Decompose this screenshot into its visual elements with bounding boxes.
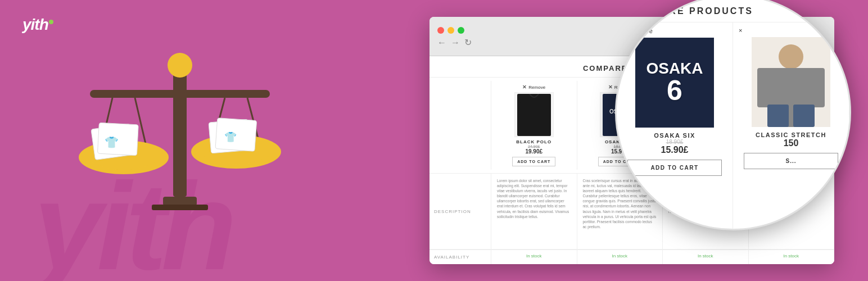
classic-shirt (752, 37, 830, 127)
browser-nav: ← → ↻ (437, 37, 472, 48)
logo-text: yith (22, 16, 48, 33)
browser-dots (437, 27, 464, 34)
black-polo-img (517, 94, 551, 136)
magnify-close[interactable]: × (833, 6, 838, 16)
yith-logo: yith (22, 16, 53, 34)
svg-point-1 (168, 53, 192, 78)
refresh-button[interactable]: ↻ (464, 37, 472, 48)
magnify-title: COMPARE PRODUCTS (628, 6, 753, 16)
magnify-circle: COMPARE PRODUCTS × ✕ Remove OSAKA6 (615, 0, 851, 230)
svg-rect-30 (757, 68, 771, 107)
close-dot[interactable] (437, 27, 444, 34)
product-price-new-1: 19.90£ (525, 148, 542, 155)
product-img-1 (514, 92, 554, 137)
logo-dot (49, 20, 53, 24)
avail-col-2: In stock (577, 250, 663, 264)
magnify-remove-classic[interactable]: × (739, 27, 742, 34)
svg-rect-15 (163, 197, 197, 206)
maximize-dot[interactable] (458, 27, 464, 34)
description-label: DESCRIPTION (430, 174, 491, 249)
svg-rect-18 (520, 102, 548, 136)
magnify-set-options-classic[interactable]: S... (744, 153, 838, 169)
osaka-text: OSAKA6 (646, 61, 703, 105)
in-stock-4: In stock (783, 253, 799, 259)
magnify-classic-img (752, 37, 830, 127)
svg-rect-32 (767, 105, 789, 127)
minimize-dot[interactable] (447, 27, 454, 34)
product-name-1: BLACK POLO (516, 139, 551, 144)
product-col-1: ✕ Remove BLACK POLO 24.90£ (491, 81, 577, 170)
scale-illustration: 👕 👕 (45, 34, 315, 247)
svg-rect-2 (90, 90, 270, 98)
magnify-classic-name: CLASSIC STRETCH (756, 132, 826, 138)
osaka-shirt: OSAKA6 (635, 38, 714, 128)
avail-col-4: In stock (749, 250, 835, 264)
svg-rect-31 (811, 68, 825, 107)
svg-point-28 (779, 44, 803, 69)
scale-svg: 👕 👕 (45, 34, 315, 247)
add-to-cart-btn-1[interactable]: ADD TO CART (512, 157, 555, 166)
product-price-old-1: 24.90£ (528, 144, 540, 148)
svg-rect-33 (793, 105, 815, 127)
magnify-osaka-img: OSAKA6 (635, 38, 714, 128)
availability-row: AVAILABILITY In stock In stock In stock … (430, 250, 834, 264)
svg-rect-0 (173, 67, 187, 197)
avail-col-1: In stock (491, 250, 577, 264)
avail-col-3: In stock (663, 250, 749, 264)
magnify-content: COMPARE PRODUCTS × ✕ Remove OSAKA6 (617, 0, 849, 229)
forward-button[interactable]: → (451, 38, 460, 48)
back-button[interactable]: ← (437, 38, 446, 48)
classic-person-svg (752, 37, 830, 127)
magnify-classic-price-new: 150 (784, 138, 799, 148)
remove-btn-1[interactable]: ✕ Remove (522, 84, 545, 90)
availability-label: AVAILABILITY (430, 250, 491, 264)
svg-text:👕: 👕 (105, 135, 119, 149)
magnify-osaka-name: OSAKA SIX (654, 132, 695, 139)
magnify-add-cart-osaka[interactable]: ADD TO CART (627, 160, 721, 176)
remove-x-classic: × (739, 27, 742, 34)
magnify-products: ✕ Remove OSAKA6 OSAKA SIX 18.90£ 15.90£ … (617, 22, 849, 229)
svg-text:👕: 👕 (224, 131, 237, 143)
desc-text-1: Lorem ipsum dolor sit amet, consectetur … (497, 178, 571, 219)
svg-rect-16 (152, 205, 208, 210)
desc-col-1: Lorem ipsum dolor sit amet, consectetur … (491, 174, 577, 249)
in-stock-1: In stock (526, 253, 542, 259)
label-col-empty (430, 81, 491, 170)
magnify-osaka-price-old: 18.90£ (666, 139, 684, 145)
in-stock-2: In stock (612, 253, 627, 259)
magnify-osaka-price-new: 15.90£ (661, 145, 689, 155)
in-stock-3: In stock (698, 253, 713, 259)
